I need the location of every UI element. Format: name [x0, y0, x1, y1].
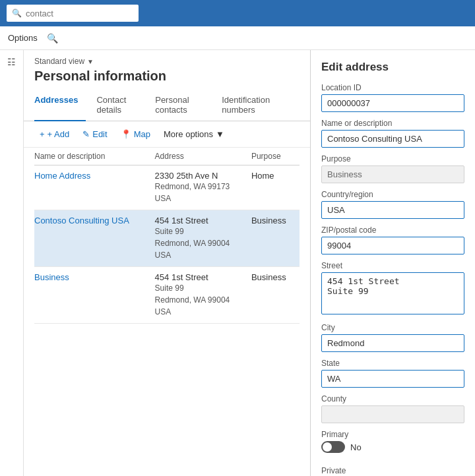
- main-area: ☷ Standard view ▼ Personal information A…: [0, 50, 475, 476]
- country-group: Country/region: [321, 190, 464, 219]
- county-label: County: [321, 394, 464, 403]
- table-row[interactable]: Business 454 1st Street Suite 99 Redmond…: [34, 267, 300, 324]
- view-header: Standard view ▼ Personal information: [24, 50, 310, 89]
- city-group: City: [321, 323, 464, 352]
- tab-personal-contacts[interactable]: Personal contacts: [155, 90, 211, 121]
- more-options-chevron-icon: ▼: [216, 129, 224, 139]
- table-row[interactable]: Home Address 2330 25th Ave N Redmond, WA…: [34, 165, 300, 210]
- search-box[interactable]: 🔍: [7, 5, 139, 22]
- purpose-label: Purpose: [321, 154, 464, 164]
- col-header-name: Name or description: [34, 148, 155, 165]
- location-id-label: Location ID: [321, 83, 464, 92]
- standard-view-label: Standard view: [34, 57, 84, 66]
- more-options-label: More options: [164, 129, 213, 139]
- primary-toggle-thumb: [323, 442, 332, 452]
- map-button[interactable]: 📍 Map: [115, 127, 156, 142]
- tab-addresses[interactable]: Addresses: [34, 90, 86, 121]
- panel-title: Edit address: [321, 61, 464, 74]
- options-label: Options: [8, 33, 38, 43]
- name-description-group: Name or description: [321, 119, 464, 148]
- page-title: Personal information: [34, 69, 300, 84]
- row-purpose: Business: [251, 267, 300, 324]
- primary-toggle-track: [321, 441, 345, 453]
- street-label: Street: [321, 261, 464, 270]
- add-button[interactable]: + + Add: [34, 127, 75, 142]
- purpose-group: Purpose: [321, 154, 464, 183]
- chevron-down-icon: ▼: [87, 58, 94, 65]
- row-purpose: Home: [251, 165, 300, 210]
- row-address: 2330 25th Ave N Redmond, WA 99173 USA: [155, 165, 251, 210]
- top-bar: 🔍: [0, 0, 475, 26]
- private-group: Private No: [321, 466, 464, 476]
- street-group: Street 454 1st Street Suite 99: [321, 261, 464, 316]
- more-options-button[interactable]: More options ▼: [158, 127, 230, 142]
- name-description-input[interactable]: [321, 130, 464, 148]
- options-bar: Options 🔍: [0, 26, 475, 50]
- table-container: Name or description Address Purpose Home…: [24, 148, 310, 476]
- country-label: Country/region: [321, 190, 464, 199]
- tabs-container: Addresses Contact details Personal conta…: [24, 89, 310, 121]
- row-purpose: Business: [251, 210, 300, 267]
- edit-icon: ✎: [82, 129, 90, 139]
- add-icon: +: [40, 129, 45, 139]
- addresses-table: Name or description Address Purpose Home…: [34, 148, 300, 324]
- row-address: 454 1st Street Suite 99 Redmond, WA 9900…: [155, 210, 251, 267]
- left-panel: ☷ Standard view ▼ Personal information A…: [0, 50, 310, 476]
- edit-button[interactable]: ✎ Edit: [77, 127, 112, 142]
- options-search-icon[interactable]: 🔍: [47, 33, 58, 44]
- name-description-label: Name or description: [321, 119, 464, 128]
- zip-group: ZIP/postal code: [321, 225, 464, 254]
- primary-label: Primary: [321, 430, 464, 439]
- primary-group: Primary No: [321, 430, 464, 460]
- search-input[interactable]: [26, 9, 133, 18]
- add-label: + Add: [48, 129, 70, 139]
- state-input[interactable]: [321, 370, 464, 388]
- sidebar: ☷: [0, 50, 24, 476]
- city-label: City: [321, 323, 464, 332]
- row-address: 454 1st Street Suite 99 Redmond, WA 9900…: [155, 267, 251, 324]
- private-label: Private: [321, 466, 464, 475]
- primary-toggle[interactable]: [321, 441, 345, 453]
- row-name[interactable]: Business: [34, 267, 155, 324]
- standard-view-selector[interactable]: Standard view ▼: [34, 57, 300, 66]
- location-id-input[interactable]: [321, 94, 464, 112]
- purpose-input: [321, 165, 464, 183]
- map-icon: 📍: [121, 129, 131, 139]
- tab-contact-details[interactable]: Contact details: [96, 90, 144, 121]
- country-input[interactable]: [321, 201, 464, 219]
- county-input[interactable]: [321, 405, 464, 423]
- state-group: State: [321, 359, 464, 388]
- edit-address-panel: Edit address Location ID Name or descrip…: [310, 50, 475, 476]
- location-id-group: Location ID: [321, 83, 464, 112]
- map-label: Map: [134, 129, 150, 139]
- primary-toggle-value: No: [350, 442, 362, 452]
- state-label: State: [321, 359, 464, 368]
- content-area: Standard view ▼ Personal information Add…: [24, 50, 310, 476]
- search-icon: 🔍: [12, 9, 22, 18]
- street-input[interactable]: 454 1st Street Suite 99: [321, 272, 464, 314]
- edit-label: Edit: [92, 129, 107, 139]
- table-row[interactable]: Contoso Consulting USA 454 1st Street Su…: [34, 210, 300, 267]
- county-group: County: [321, 394, 464, 423]
- row-name[interactable]: Contoso Consulting USA: [34, 210, 155, 267]
- col-header-address: Address: [155, 148, 251, 165]
- zip-input[interactable]: [321, 237, 464, 254]
- toolbar: + + Add ✎ Edit 📍 Map More options ▼: [24, 121, 310, 148]
- col-header-purpose: Purpose: [251, 148, 300, 165]
- row-name[interactable]: Home Address: [34, 165, 155, 210]
- primary-toggle-row: No: [321, 441, 464, 453]
- city-input[interactable]: [321, 334, 464, 352]
- tab-identification-numbers[interactable]: Identification numbers: [222, 90, 289, 121]
- filter-icon[interactable]: ☷: [7, 57, 16, 67]
- zip-label: ZIP/postal code: [321, 225, 464, 235]
